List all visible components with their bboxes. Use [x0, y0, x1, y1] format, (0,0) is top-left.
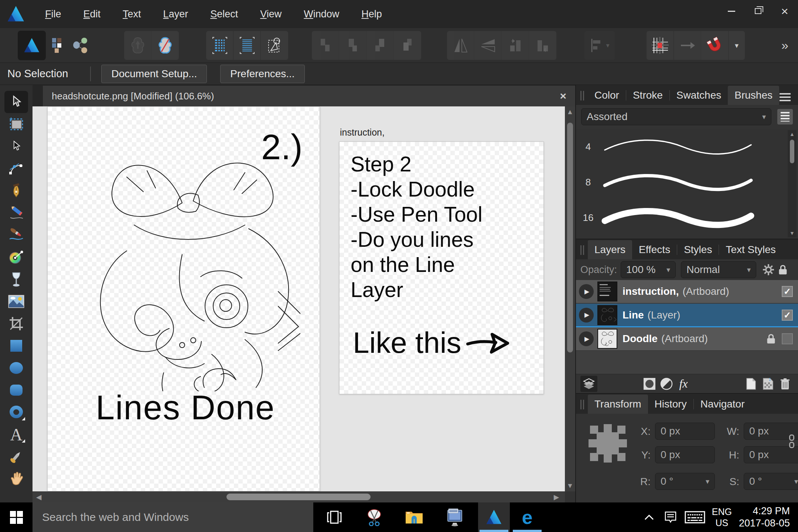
- snapping-magnet-button[interactable]: [701, 31, 729, 60]
- start-button[interactable]: [0, 502, 33, 532]
- blend-options-button[interactable]: [761, 262, 776, 278]
- close-button[interactable]: ×: [771, 0, 798, 22]
- minimize-button[interactable]: [718, 0, 745, 22]
- instruction-text[interactable]: Step 2 -Lock Doodle -Use Pen Tool -Do yo…: [351, 151, 482, 302]
- lock-layer-button[interactable]: [779, 265, 787, 274]
- pencil-tool[interactable]: [4, 202, 28, 224]
- scroll-down-icon[interactable]: [788, 229, 797, 237]
- action-center-button[interactable]: [660, 511, 681, 524]
- rounded-rectangle-tool[interactable]: [4, 379, 28, 401]
- lines-done-text[interactable]: Lines Done: [96, 388, 275, 427]
- add-layer-button[interactable]: [743, 376, 760, 392]
- snap-nodes-button[interactable]: [261, 31, 288, 60]
- toolbar-overflow-button[interactable]: [781, 38, 788, 52]
- corner-tool[interactable]: [4, 157, 28, 180]
- brush-category-select[interactable]: Assorted: [581, 108, 771, 125]
- place-image-tool[interactable]: [4, 290, 28, 313]
- artboard-line[interactable]: 2.) Lines Done: [47, 106, 320, 491]
- layer-lock-icon[interactable]: [767, 334, 775, 344]
- snap-pixel-button[interactable]: [233, 31, 261, 60]
- remote-desktop-button[interactable]: [438, 502, 470, 532]
- preferences-button[interactable]: Preferences...: [220, 65, 304, 83]
- expand-arrow-icon[interactable]: [579, 284, 594, 299]
- flip-vertical-button[interactable]: [474, 31, 502, 60]
- add-pixel-layer-button[interactable]: [760, 376, 777, 392]
- insert-behind-button[interactable]: [151, 31, 179, 60]
- vertical-scroll-thumb[interactable]: [567, 123, 573, 352]
- tab-text-styles[interactable]: Text Styles: [719, 240, 782, 259]
- transparency-tool[interactable]: [4, 268, 28, 290]
- tab-history[interactable]: History: [648, 395, 693, 414]
- panel-grip-icon[interactable]: [580, 91, 584, 100]
- move-by-whole-pixels-button[interactable]: [674, 31, 701, 60]
- flip-horizontal-button[interactable]: [447, 31, 474, 60]
- canvas-viewport[interactable]: 2.) Lines Done instruction, Step 2 -Lock…: [33, 106, 575, 491]
- back-one-button[interactable]: [339, 31, 366, 60]
- menu-help[interactable]: Help: [350, 8, 393, 20]
- insert-inside-button[interactable]: [124, 31, 151, 60]
- canvas-vertical-scrollbar[interactable]: [565, 106, 575, 491]
- restore-button[interactable]: [745, 0, 771, 22]
- tab-transform[interactable]: Transform: [588, 395, 648, 414]
- tray-expand-button[interactable]: [638, 514, 660, 520]
- tab-effects[interactable]: Effects: [632, 240, 677, 259]
- visibility-checkbox[interactable]: [782, 310, 793, 321]
- menu-edit[interactable]: Edit: [72, 8, 112, 20]
- designer-persona-button[interactable]: [18, 31, 46, 60]
- tab-styles[interactable]: Styles: [677, 240, 719, 259]
- pen-tool[interactable]: [4, 180, 28, 202]
- menu-layer[interactable]: Layer: [152, 8, 200, 20]
- export-persona-button[interactable]: [69, 31, 92, 60]
- snapping-options-dropdown[interactable]: [729, 31, 745, 60]
- opacity-select[interactable]: 100 %: [621, 261, 676, 278]
- rectangle-tool[interactable]: [4, 335, 28, 357]
- brush-scroll-thumb[interactable]: [790, 140, 794, 163]
- scroll-down-icon[interactable]: [565, 480, 575, 491]
- artboard-instruction[interactable]: Step 2 -Lock Doodle -Use Pen Tool -Do yo…: [339, 141, 544, 394]
- expand-arrow-icon[interactable]: [579, 331, 594, 346]
- brush-item[interactable]: 4: [576, 131, 775, 163]
- anchor-point-selector[interactable]: [589, 424, 627, 463]
- affinity-designer-taskbar-button[interactable]: [478, 502, 510, 532]
- document-tab-close-icon[interactable]: ×: [560, 90, 566, 102]
- edit-all-layers-button[interactable]: [580, 376, 597, 392]
- x-field[interactable]: 0 px: [655, 423, 715, 440]
- node-tool[interactable]: [4, 135, 28, 157]
- edge-taskbar-button[interactable]: e: [511, 502, 543, 532]
- donut-shape-tool[interactable]: [4, 401, 28, 423]
- alignment-dropdown[interactable]: [584, 31, 615, 60]
- scroll-up-icon[interactable]: [788, 130, 797, 138]
- visibility-checkbox[interactable]: [782, 333, 793, 344]
- tab-navigator[interactable]: Navigator: [694, 395, 751, 414]
- brush-item[interactable]: 8: [576, 166, 775, 198]
- layer-row-instruction[interactable]: instruction, (Artboard): [576, 280, 798, 304]
- touch-keyboard-button[interactable]: [681, 511, 709, 524]
- menu-window[interactable]: Window: [293, 8, 350, 20]
- tab-stroke[interactable]: Stroke: [626, 86, 669, 105]
- r-field[interactable]: 0 °: [655, 473, 715, 490]
- menu-view[interactable]: View: [249, 8, 293, 20]
- forward-one-button[interactable]: [366, 31, 394, 60]
- panel-grip-icon[interactable]: [580, 400, 584, 409]
- view-hand-tool[interactable]: [4, 468, 28, 490]
- brush-list-scrollbar[interactable]: [788, 130, 797, 237]
- move-to-front-button[interactable]: [394, 31, 421, 60]
- link-dimensions-icon[interactable]: [789, 434, 795, 449]
- crop-tool[interactable]: [4, 313, 28, 335]
- file-explorer-button[interactable]: [398, 502, 430, 532]
- tab-layers[interactable]: Layers: [588, 240, 632, 259]
- snap-grid-button[interactable]: [206, 31, 233, 60]
- snipping-tool-button[interactable]: [358, 502, 390, 532]
- artboard-instruction-label[interactable]: instruction,: [340, 127, 385, 138]
- move-to-back-button[interactable]: [312, 31, 339, 60]
- brush-item[interactable]: 16: [576, 202, 775, 233]
- mask-layer-button[interactable]: [641, 376, 658, 392]
- brush-listview-button[interactable]: [777, 109, 793, 125]
- menu-text[interactable]: Text: [112, 8, 152, 20]
- color-picker-tool[interactable]: [4, 446, 28, 468]
- rotate-ccw-button[interactable]: [502, 31, 529, 60]
- layer-list-empty-area[interactable]: [576, 351, 798, 374]
- scroll-right-icon[interactable]: [550, 491, 563, 502]
- task-view-button[interactable]: [318, 502, 350, 532]
- s-field[interactable]: 0 °: [744, 473, 798, 490]
